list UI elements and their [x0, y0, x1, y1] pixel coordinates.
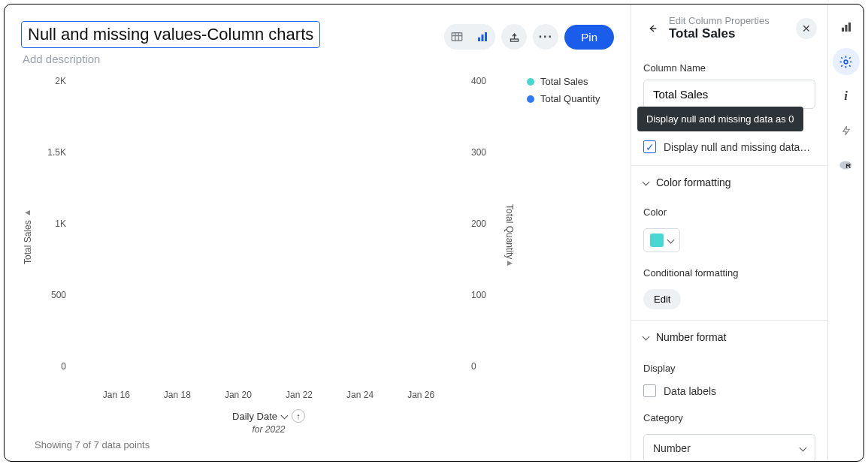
y-right-axis: 4003002001000 [467, 76, 503, 384]
conditional-formatting-label: Conditional formatting [631, 257, 827, 285]
data-points-footer: Showing 7 of 7 data points [35, 439, 503, 450]
x-tick: Jan 24 [346, 390, 374, 400]
color-swatch-icon [650, 234, 664, 247]
number-format-section[interactable]: Number format [631, 320, 827, 354]
x-tick: Jan 18 [164, 390, 191, 400]
svg-rect-0 [452, 33, 463, 41]
edit-conditional-formatting-button[interactable]: Edit [643, 289, 681, 309]
bar-chart-icon [839, 20, 853, 34]
category-select[interactable]: Number [643, 434, 815, 461]
pin-button[interactable]: Pin [564, 25, 614, 50]
rail-chart-button[interactable] [833, 14, 860, 41]
color-picker[interactable] [643, 228, 680, 252]
display-label: Display [631, 354, 827, 380]
svg-text:R: R [845, 161, 851, 170]
rail-settings-button[interactable] [833, 48, 860, 75]
color-formatting-section[interactable]: Color formatting [631, 165, 827, 199]
sort-ascending-button[interactable]: ↑ [292, 409, 305, 423]
category-label: Category [631, 409, 827, 429]
view-toggle [444, 24, 495, 50]
share-icon [509, 32, 520, 43]
data-labels-checkbox[interactable]: Data labels [631, 380, 827, 409]
legend: Total Sales Total Quantity [516, 76, 614, 450]
rail-lightning-button[interactable] [833, 117, 860, 144]
svg-rect-10 [848, 23, 851, 32]
x-tick: Jan 26 [407, 390, 434, 400]
checkbox-empty-icon [643, 384, 656, 397]
x-tick: Jan 16 [103, 390, 130, 400]
checkbox-checked-icon: ✓ [643, 140, 656, 153]
x-axis-label[interactable]: Daily Date [232, 411, 277, 422]
svg-rect-9 [845, 25, 847, 32]
close-icon: ✕ [802, 23, 811, 35]
x-tick: Jan 22 [286, 390, 313, 400]
chevron-down-icon [281, 411, 289, 419]
svg-rect-5 [482, 35, 484, 41]
color-label: Color [631, 199, 827, 224]
arrow-left-icon [646, 23, 658, 35]
table-view-button[interactable] [444, 24, 470, 50]
share-button[interactable] [501, 24, 527, 50]
svg-rect-8 [842, 28, 844, 32]
lightning-icon [841, 124, 851, 137]
svg-rect-7 [510, 39, 518, 41]
column-name-input[interactable] [643, 80, 815, 109]
column-name-label: Column Name [631, 49, 827, 80]
x-axis: Jan 16Jan 18Jan 20Jan 22Jan 24Jan 26 [71, 390, 467, 402]
x-axis-sublabel: for 2022 [35, 424, 503, 435]
table-icon [450, 30, 464, 44]
chart-view-button[interactable] [470, 24, 495, 50]
y-left-axis: 2K1.5K1K5000 [35, 76, 71, 384]
tooltip: Display null and missing data as 0 [637, 107, 803, 131]
more-icon: ··· [539, 30, 553, 44]
chevron-down-icon [667, 236, 675, 243]
svg-point-11 [844, 60, 848, 64]
legend-item-sales[interactable]: Total Sales [527, 76, 614, 87]
svg-rect-6 [485, 32, 487, 41]
plot-area: 2K1.5K1K5000 4003002001000 [35, 76, 503, 384]
r-logo-icon: R [839, 159, 854, 171]
gear-icon [839, 55, 853, 69]
column-properties-panel: Edit Column Properties Total Sales ✕ Col… [631, 5, 827, 461]
legend-item-quantity[interactable]: Total Quantity [527, 93, 614, 104]
more-button[interactable]: ··· [533, 24, 558, 50]
back-button[interactable] [642, 18, 663, 39]
x-tick: Jan 20 [225, 390, 252, 400]
info-icon: i [844, 89, 848, 104]
y-left-label: Total Sales▶ [21, 76, 35, 398]
close-button[interactable]: ✕ [796, 18, 817, 39]
panel-title: Total Sales [669, 26, 796, 41]
chevron-down-icon [800, 444, 807, 451]
right-rail: i R [827, 5, 863, 461]
description-placeholder[interactable]: Add description [23, 53, 444, 65]
rail-r-button[interactable]: R [833, 152, 860, 179]
rail-info-button[interactable]: i [833, 83, 860, 110]
chart-title-input[interactable]: Null and missing values-Column charts [21, 21, 320, 48]
display-null-as-zero-checkbox[interactable]: ✓ Display null and missing data… [631, 130, 827, 165]
y-right-label: Total Quantity▶ [503, 76, 516, 398]
breadcrumb: Edit Column Properties [669, 15, 796, 26]
bar-chart-icon [476, 30, 489, 44]
svg-rect-4 [478, 38, 480, 41]
